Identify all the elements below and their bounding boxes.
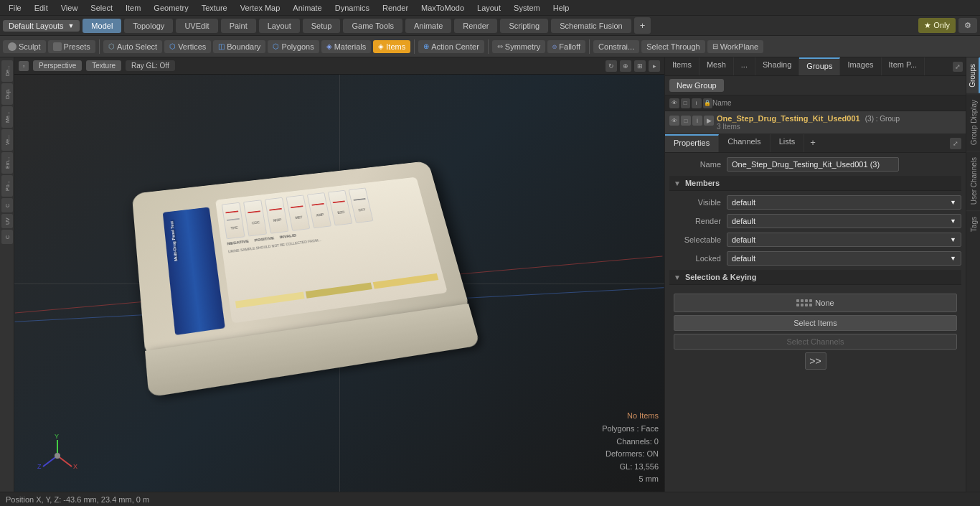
item-info-icon[interactable]: i (692, 116, 702, 126)
menu-texture[interactable]: Texture (196, 2, 233, 14)
sidebar-btn-3[interactable]: Ve... (1, 129, 13, 151)
item-expand-icon[interactable]: ▶ (704, 116, 714, 126)
panel-expand-btn[interactable]: ⤢ (953, 62, 963, 72)
props-tab-properties[interactable]: Properties (665, 134, 719, 152)
render-dropdown-container[interactable]: default ▼ (727, 214, 961, 228)
render-dropdown[interactable]: default ▼ (727, 214, 961, 228)
locked-dropdown[interactable]: default ▼ (727, 251, 961, 266)
vtab-group-display[interactable]: Group Display (966, 93, 980, 151)
tab-setup[interactable]: Setup (303, 19, 341, 33)
tab-uvedit[interactable]: UVEdit (176, 19, 217, 33)
tab-render[interactable]: Render (454, 19, 497, 33)
menu-animate[interactable]: Animate (287, 2, 327, 14)
viewport-expand-btn[interactable]: ▫ (19, 61, 29, 71)
tab-item-p[interactable]: Item P... (882, 57, 925, 75)
viewport-3d[interactable]: Multi-Drug Panel Test THC (14, 75, 664, 492)
auto-select-button[interactable]: ⬡ Auto Select (103, 40, 162, 53)
item-render-icon[interactable]: □ (681, 116, 691, 126)
menu-vertexmap[interactable]: Vertex Map (235, 2, 286, 14)
viewport-canvas[interactable]: Multi-Drug Panel Test THC (14, 75, 664, 492)
name-input[interactable] (727, 157, 899, 172)
menu-render[interactable]: Render (377, 2, 414, 14)
sculpt-button[interactable]: Sculpt (3, 40, 46, 53)
viewport[interactable]: ▫ Perspective Texture Ray GL: Off ↻ ⊕ ⊞ … (14, 57, 664, 492)
props-expand-icon[interactable]: ⤢ (950, 138, 961, 149)
visible-dropdown[interactable]: default ▼ (727, 195, 961, 210)
symmetry-button[interactable]: ⇔ Symmetry (492, 40, 546, 53)
viewport-ctrl-more[interactable]: ▸ (649, 60, 660, 72)
tab-gametools[interactable]: Game Tools (343, 19, 402, 33)
materials-button[interactable]: ◈ Materials (321, 40, 372, 53)
sidebar-btn-5[interactable]: Po... (1, 175, 13, 197)
sidebar-btn-1[interactable]: Dup. (1, 83, 13, 105)
tab-topology[interactable]: Topology (124, 19, 173, 33)
menu-maxtomodo[interactable]: MaxToModo (415, 2, 470, 14)
sidebar-btn-2[interactable]: Me... (1, 106, 13, 128)
vtab-user-channels[interactable]: User Channels (966, 151, 980, 210)
name-value-container[interactable] (727, 157, 961, 172)
props-tab-channels[interactable]: Channels (719, 134, 770, 152)
menu-system[interactable]: System (508, 2, 546, 14)
selection-keying-header[interactable]: ▼ Selection & Keying (669, 270, 961, 285)
selectable-dropdown-container[interactable]: default ▼ (727, 233, 961, 247)
props-tab-plus[interactable]: + (804, 134, 821, 152)
tab-scripting[interactable]: Scripting (500, 19, 548, 33)
tab-images[interactable]: Images (840, 57, 881, 75)
menu-edit[interactable]: Edit (29, 2, 54, 14)
groups-list-item[interactable]: 👁 □ i ▶ One_Step_Drug_Testing_Kit_Used00… (665, 111, 966, 134)
tab-groups[interactable]: Groups (799, 57, 840, 75)
menu-help[interactable]: Help (547, 2, 575, 14)
viewport-ctrl-rotate[interactable]: ↻ (606, 60, 617, 72)
tab-schematic[interactable]: Schematic Fusion (551, 19, 631, 33)
items-button[interactable]: ◈ Items (373, 40, 410, 53)
select-through-button[interactable]: Select Through (641, 40, 705, 53)
tab-paint[interactable]: Paint (221, 19, 256, 33)
sidebar-btn-8[interactable]: C (1, 230, 13, 244)
polygons-button[interactable]: ⬡ Polygons (268, 40, 319, 53)
keying-none-button[interactable]: None (674, 294, 957, 312)
perspective-btn[interactable]: Perspective (33, 60, 82, 71)
vtab-tags[interactable]: Tags (966, 210, 980, 238)
tab-layout[interactable]: Layout (259, 19, 300, 33)
raygl-btn[interactable]: Ray GL: Off (126, 60, 175, 71)
expand-arrow-button[interactable]: >> (805, 352, 826, 370)
tab-items[interactable]: Items (665, 57, 699, 75)
props-tab-lists[interactable]: Lists (771, 134, 805, 152)
action-center-button[interactable]: ⊕ Action Center (418, 40, 484, 53)
falloff-button[interactable]: ⌾ Falloff (547, 40, 585, 53)
sidebar-btn-4[interactable]: Em... (1, 152, 13, 174)
presets-button[interactable]: Presets (48, 40, 95, 53)
menu-item[interactable]: Item (120, 2, 146, 14)
boundary-button[interactable]: ◫ Boundary (213, 40, 265, 53)
vertices-button[interactable]: ⬡ Vertices (164, 40, 211, 53)
sidebar-btn-7[interactable]: UV (1, 214, 13, 228)
menu-file[interactable]: File (3, 2, 27, 14)
item-eye-icon[interactable]: 👁 (669, 116, 679, 126)
select-items-button[interactable]: Select Items (674, 315, 957, 331)
menu-layout[interactable]: Layout (471, 2, 507, 14)
tab-shading[interactable]: Shading (755, 57, 799, 75)
layout-settings-button[interactable]: ⚙ (958, 18, 977, 33)
menu-view[interactable]: View (55, 2, 84, 14)
viewport-ctrl-zoom[interactable]: ⊕ (620, 60, 631, 72)
tab-model[interactable]: Model (83, 19, 121, 33)
tab-mesh[interactable]: Mesh (699, 57, 734, 75)
members-section-header[interactable]: ▼ Members (669, 176, 961, 191)
sidebar-btn-0[interactable]: De... (1, 60, 13, 82)
constraint-button[interactable]: Constrai... (593, 40, 639, 53)
menu-dynamics[interactable]: Dynamics (329, 2, 375, 14)
viewport-ctrl-fit[interactable]: ⊞ (634, 60, 646, 72)
menu-geometry[interactable]: Geometry (148, 2, 194, 14)
workplane-button[interactable]: ⊟ WorkPlane (707, 40, 764, 53)
vtab-groups[interactable]: Groups (966, 57, 980, 93)
texture-btn[interactable]: Texture (86, 60, 121, 71)
visible-dropdown-container[interactable]: default ▼ (727, 195, 961, 210)
layout-star-button[interactable]: ★ Only (918, 18, 956, 33)
menu-select[interactable]: Select (85, 2, 118, 14)
locked-dropdown-container[interactable]: default ▼ (727, 251, 961, 266)
layout-dropdown[interactable]: Default Layouts ▼ (3, 20, 80, 32)
selectable-dropdown[interactable]: default ▼ (727, 233, 961, 247)
select-channels-button[interactable]: Select Channels (674, 334, 957, 350)
layout-plus-button[interactable]: + (634, 17, 651, 34)
tab-animate[interactable]: Animate (405, 19, 451, 33)
